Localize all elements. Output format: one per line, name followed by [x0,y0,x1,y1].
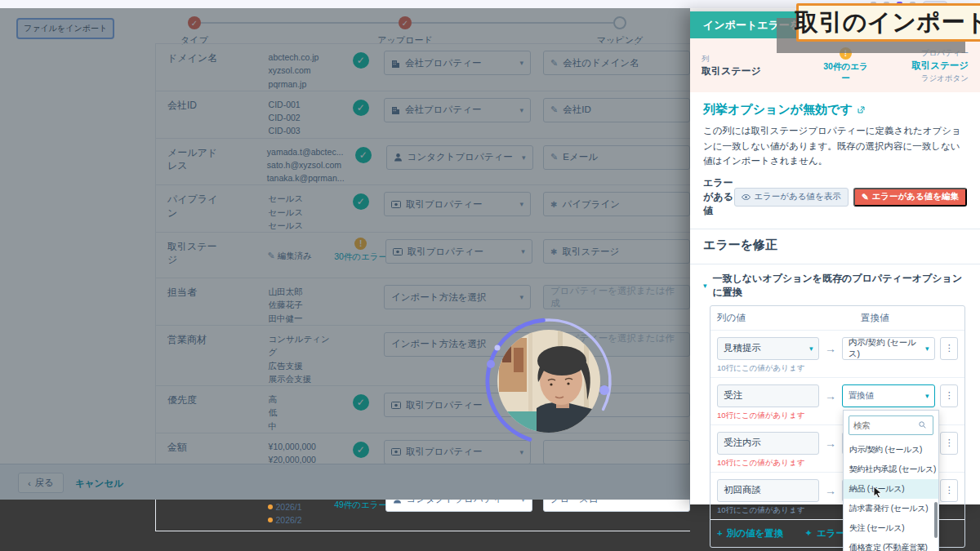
video-title-text: 取引のインポート [795,7,980,39]
arrow-right-icon: → [819,484,841,497]
pencil-icon: ✎ [862,192,869,202]
row-menu-button[interactable]: ⋮ [940,432,958,455]
show-error-values-button[interactable]: エラーがある値を表示 [734,188,848,207]
arrow-right-icon: → [819,437,841,450]
chevron-down-icon: ▾ [809,344,813,353]
replace-another-value-link[interactable]: + 別の値を置換 [717,527,783,540]
dropdown-scrollbar[interactable] [934,502,938,538]
meta-property-link[interactable]: 取引ステージ [900,60,969,72]
replace-values-card: 列の値 置換値 見積提示 ▾ → 内示/契約 (セールス) ▾ [710,305,965,548]
replace-row: 見積提示 ▾ → 内示/契約 (セールス) ▾ ⋮ 10行にこの値があります [710,330,964,377]
external-link-icon[interactable] [858,106,865,113]
ring-dot [495,345,501,351]
error-title: 列挙オプションが無効です [703,102,853,118]
presenter-webcam [479,312,618,451]
video-title-overlay: 取引のインポート [796,3,980,42]
replacement-dropdown: 内示/契約 (セールス) 契約社内承認 (セールス) 納品 (セールス) 請求書… [843,410,939,551]
meta-property-label: プロパティー [900,47,969,59]
chevron-down-icon: ▾ [925,392,929,400]
meta-column-label: 列 [702,52,791,64]
error-count-link[interactable]: 49件のエラー [334,500,388,511]
arrow-right-icon: → [819,342,841,355]
plus-icon: + [717,528,723,538]
dropdown-option[interactable]: 請求書発行 (セールス) [844,499,938,518]
error-description: この列には取引ステージプロパティーに定義されたオプションに一致しない値があります… [703,123,967,169]
divider [690,264,980,264]
arrow-right-icon: → [819,389,841,402]
chevron-down-icon: ▾ [703,282,707,290]
kebab-icon: ⋮ [945,485,954,495]
column-header-to: 置換値 [861,312,889,324]
row-menu-button[interactable]: ⋮ [940,337,958,360]
to-value-select-open[interactable]: 置換値 ▾ 内示/契約 (セールス) 契約社内承認 (セールス) 納品 [842,384,936,407]
screen: ファイルをインポート ✓ ✓ タイプ アップロード マッピング ドメイン名 ab… [0,0,980,551]
fix-import-errors-panel: インポートエラーを修正 列 取引ステージ ! 30件のエラー プロパティー 取引… [690,11,980,504]
panel-meta-bar: 列 取引ステージ ! 30件のエラー プロパティー 取引ステージ ラジオボタン [690,38,980,92]
replace-row: 受注 → 置換値 ▾ 内示/契約 [710,377,964,424]
dropdown-option[interactable]: 失注 (セールス) [844,518,938,538]
fix-errors-heading: エラーを修正 [703,238,967,253]
kebab-icon: ⋮ [945,343,954,353]
warning-dot-icon [268,504,273,509]
preview-value: 2026/2 [276,515,302,525]
from-value-select[interactable]: 見積提示 ▾ [717,337,819,360]
from-value-select[interactable]: 受注 [717,384,819,407]
meta-column-value: 取引ステージ [702,64,791,78]
warning-icon: ! [840,47,852,60]
dropdown-search[interactable] [849,415,933,435]
replace-options-section-toggle[interactable]: ▾ 一致しないオプションを既存のプロパティーオプションに置換 [703,272,967,300]
row-count-note: 10行にこの値があります [717,363,958,374]
kebab-icon: ⋮ [945,390,954,401]
from-value-select[interactable]: 受注内示 [717,432,819,455]
row-menu-button[interactable]: ⋮ [940,384,958,407]
webcam-photo [479,312,618,451]
chevron-down-icon: ▾ [925,344,929,353]
ring-dot [487,360,495,368]
from-value-select[interactable]: 初回商談 [717,479,819,502]
warning-dot-icon [268,518,273,522]
search-icon [919,421,926,429]
column-header-from: 列の値 [717,312,822,324]
sparkle-icon: ✦ [804,527,813,539]
eye-icon [742,194,751,200]
preview-value: 2026/1 [276,502,302,512]
meta-property-type: ラジオボタン [900,72,969,84]
to-value-select[interactable]: 内示/契約 (セールス) ▾ [842,337,936,360]
divider [690,229,980,229]
mouse-cursor [873,486,883,499]
meta-error-count: 30件のエラー [821,61,871,83]
row-menu-button[interactable]: ⋮ [940,479,958,502]
kebab-icon: ⋮ [945,438,954,448]
dropdown-option-highlighted[interactable]: 納品 (セールス) [844,479,938,499]
dropdown-option[interactable]: 契約社内承認 (セールス) [844,460,938,479]
dropdown-option[interactable]: 価格査定 (不動産営業) [844,538,938,551]
search-input[interactable] [853,420,919,430]
edit-error-values-button[interactable]: ✎ エラーがある値を編集 [853,188,967,207]
ring-dot [599,385,609,395]
error-values-label: エラーがある値 [703,176,734,218]
dropdown-option[interactable]: 内示/契約 (セールス) [844,440,938,460]
